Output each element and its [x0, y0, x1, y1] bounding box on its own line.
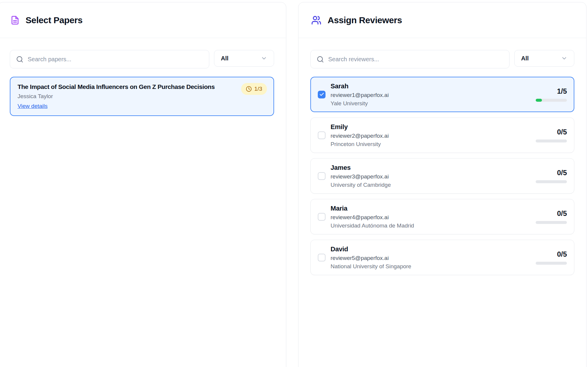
papers-searchbox: [10, 50, 209, 68]
load-fill: [536, 99, 542, 102]
reviewer-affiliation: National University of Singapore: [331, 263, 531, 270]
papers-toolbar: All: [10, 50, 274, 68]
reviewer-name: Sarah: [331, 82, 531, 90]
assign-reviewers-title: Assign Reviewers: [328, 15, 402, 25]
reviewer-affiliation: Princeton University: [331, 141, 531, 148]
reviewer-load: 0/5: [536, 209, 567, 224]
users-icon: [311, 15, 322, 25]
assign-reviewers-header: Assign Reviewers: [298, 2, 586, 38]
reviewers-searchbox: [310, 50, 510, 68]
load-bar: [536, 180, 567, 183]
search-icon: [16, 56, 23, 63]
reviewer-checkbox[interactable]: [318, 172, 326, 180]
reviewer-card-emily[interactable]: Emily reviewer2@paperfox.ai Princeton Un…: [310, 117, 574, 153]
load-count: 0/5: [536, 169, 567, 177]
assign-reviewers-panel: Assign Reviewers All: [298, 2, 587, 367]
reviewer-email: reviewer1@paperfox.ai: [331, 92, 531, 98]
reviewer-email: reviewer4@paperfox.ai: [331, 214, 531, 221]
reviewer-checkbox[interactable]: [318, 213, 326, 221]
load-bar: [536, 139, 567, 142]
load-bar: [536, 221, 567, 224]
select-papers-panel: Select Papers All Th: [0, 2, 286, 367]
reviewer-affiliation: University of Cambridge: [331, 182, 531, 188]
select-papers-header: Select Papers: [0, 2, 286, 38]
reviewer-name: Maria: [331, 205, 531, 212]
reviewer-load: 0/5: [536, 169, 567, 183]
paper-author: Jessica Taylor: [18, 93, 266, 100]
reviewer-card-sarah[interactable]: Sarah reviewer1@paperfox.ai Yale Univers…: [310, 77, 574, 112]
reviewer-affiliation: Universidad Autónoma de Madrid: [331, 222, 531, 229]
reviewer-card-david[interactable]: David reviewer5@paperfox.ai National Uni…: [310, 240, 574, 275]
search-icon: [317, 56, 324, 63]
reviewer-card-james[interactable]: James reviewer3@paperfox.ai University o…: [310, 158, 574, 194]
reviewers-search-input[interactable]: [328, 56, 503, 63]
reviewer-checkbox[interactable]: [318, 131, 326, 139]
chevron-down-icon: [561, 55, 567, 62]
reviewer-checkbox[interactable]: [318, 254, 326, 261]
load-bar: [536, 262, 567, 265]
reviewer-name: David: [331, 245, 531, 253]
papers-filter-value: All: [221, 55, 229, 62]
reviewer-load: 0/5: [536, 128, 567, 142]
reviewer-affiliation: Yale University: [331, 100, 531, 107]
view-details-link[interactable]: View details: [18, 103, 48, 109]
pending-reviews-badge: 1/3: [241, 83, 267, 95]
reviewer-name: James: [331, 164, 531, 172]
papers-search-input[interactable]: [28, 56, 203, 63]
clock-icon: [246, 86, 252, 92]
load-count: 0/5: [536, 209, 567, 218]
chevron-down-icon: [261, 55, 267, 62]
paper-title: The Impact of Social Media Influencers o…: [18, 83, 266, 90]
load-count: 1/5: [536, 87, 567, 95]
reviewer-list: Sarah reviewer1@paperfox.ai Yale Univers…: [310, 77, 574, 275]
reviewer-name: Emily: [331, 123, 531, 131]
reviewers-toolbar: All: [310, 50, 574, 68]
reviewer-load: 0/5: [536, 250, 567, 265]
reviewer-email: reviewer2@paperfox.ai: [331, 133, 531, 139]
reviewer-email: reviewer5@paperfox.ai: [331, 255, 531, 261]
papers-filter-dropdown[interactable]: All: [214, 50, 274, 67]
file-text-icon: [10, 15, 20, 26]
reviewer-checkbox[interactable]: [318, 91, 326, 98]
check-icon: [319, 92, 324, 97]
reviewer-card-maria[interactable]: Maria reviewer4@paperfox.ai Universidad …: [310, 199, 574, 234]
paper-card[interactable]: The Impact of Social Media Influencers o…: [10, 77, 274, 116]
load-bar: [536, 99, 567, 102]
reviewer-email: reviewer3@paperfox.ai: [331, 173, 531, 180]
load-count: 0/5: [536, 250, 567, 258]
reviewers-filter-value: All: [521, 55, 529, 62]
badge-count: 1/3: [254, 86, 262, 92]
load-count: 0/5: [536, 128, 567, 136]
reviewer-load: 1/5: [536, 87, 567, 102]
reviewers-filter-dropdown[interactable]: All: [514, 50, 574, 67]
select-papers-title: Select Papers: [26, 15, 83, 25]
